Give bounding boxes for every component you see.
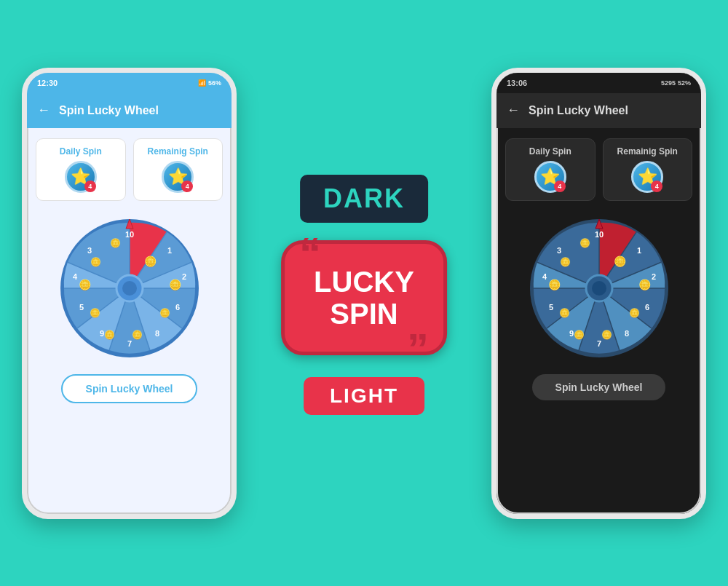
svg-text:5: 5 bbox=[548, 303, 553, 312]
battery-light: 56% bbox=[208, 79, 221, 87]
svg-text:🪙: 🪙 bbox=[109, 237, 120, 248]
appbar-title-dark: Spin Lucky Wheel bbox=[529, 104, 628, 117]
svg-text:🪙: 🪙 bbox=[168, 279, 181, 291]
spin-cards-dark: Daily Spin ⭐ 4 Remainig Spin ⭐ 4 bbox=[496, 128, 701, 208]
svg-text:🪙: 🪙 bbox=[547, 279, 561, 291]
status-bar-dark: 13:06 5295 52% bbox=[496, 73, 701, 93]
appbar-light: ← Spin Lucky Wheel bbox=[27, 93, 232, 128]
appbar-title-light: Spin Lucky Wheel bbox=[59, 104, 159, 117]
svg-text:🪙: 🪙 bbox=[628, 307, 639, 318]
remaining-spin-icon-dark: ⭐ 4 bbox=[631, 161, 663, 193]
status-time-light: 12:30 bbox=[37, 79, 58, 87]
back-button-light[interactable]: ← bbox=[37, 103, 50, 118]
remaining-spin-icon-light: ⭐ 4 bbox=[162, 161, 194, 193]
daily-spin-title-dark: Daily Spin bbox=[529, 146, 571, 157]
svg-text:🪙: 🪙 bbox=[159, 307, 170, 318]
svg-text:6: 6 bbox=[644, 303, 649, 312]
svg-text:🪙: 🪙 bbox=[579, 237, 590, 248]
svg-point-64 bbox=[592, 281, 606, 296]
daily-spin-card-light: Daily Spin ⭐ 4 bbox=[36, 138, 126, 201]
svg-text:🪙: 🪙 bbox=[89, 307, 100, 318]
svg-text:🪙: 🪙 bbox=[143, 256, 157, 268]
svg-text:2: 2 bbox=[181, 272, 186, 281]
svg-text:10: 10 bbox=[124, 230, 133, 239]
svg-text:🪙: 🪙 bbox=[613, 256, 626, 268]
svg-text:10: 10 bbox=[594, 230, 603, 239]
spin-cards-light: Daily Spin ⭐ 4 Remainig Spin ⭐ 4 bbox=[27, 128, 232, 208]
status-icons-dark: 5295 52% bbox=[661, 79, 691, 87]
remaining-spin-card-light: Remainig Spin ⭐ 4 bbox=[133, 138, 223, 201]
svg-text:🪙: 🪙 bbox=[573, 329, 584, 340]
svg-text:🪙: 🪙 bbox=[103, 329, 114, 340]
svg-text:4: 4 bbox=[542, 272, 547, 281]
svg-text:8: 8 bbox=[154, 329, 159, 338]
status-time-dark: 13:06 bbox=[507, 79, 527, 87]
wheel-container-light: 10 1 2 6 8 7 9 5 4 3 🪙 🪙 🪙 🪙 🪙 🪙 bbox=[27, 208, 232, 415]
svg-text:🪙: 🪙 bbox=[559, 256, 570, 267]
appbar-dark: ← Spin Lucky Wheel bbox=[496, 93, 701, 128]
svg-text:1: 1 bbox=[167, 246, 171, 255]
wheel-light: 10 1 2 6 8 7 9 5 4 3 🪙 🪙 🪙 🪙 🪙 🪙 bbox=[57, 215, 202, 361]
svg-text:3: 3 bbox=[556, 246, 561, 255]
svg-text:🪙: 🪙 bbox=[638, 279, 651, 291]
daily-spin-icon-dark: ⭐ 4 bbox=[534, 161, 566, 193]
svg-text:5: 5 bbox=[79, 303, 83, 312]
wheel-svg-dark: 10 1 2 6 8 7 9 5 4 3 🪙 🪙 🪙 🪙 🪙 🪙 bbox=[526, 215, 672, 361]
daily-spin-value-dark: 4 bbox=[554, 181, 566, 192]
wheel-dark: 10 1 2 6 8 7 9 5 4 3 🪙 🪙 🪙 🪙 🪙 🪙 bbox=[526, 215, 672, 361]
status-bar-light: 12:30 📶 56% bbox=[27, 73, 232, 93]
daily-spin-title-light: Daily Spin bbox=[60, 146, 102, 157]
lucky-spin-bubble: LUCKYSPIN bbox=[281, 240, 447, 355]
battery-dark: 52% bbox=[678, 79, 691, 87]
wifi-icon: 📶 bbox=[198, 79, 206, 87]
svg-text:7: 7 bbox=[127, 339, 131, 348]
svg-text:7: 7 bbox=[596, 339, 601, 348]
spin-button-dark[interactable]: Spin Lucky Wheel bbox=[532, 374, 666, 400]
coins-display: 5295 bbox=[661, 79, 676, 87]
light-phone: 12:30 📶 56% ← Spin Lucky Wheel Daily Spi… bbox=[22, 68, 237, 519]
center-labels: DARK LUCKYSPIN LIGHT bbox=[281, 172, 447, 415]
daily-spin-card-dark: Daily Spin ⭐ 4 bbox=[505, 138, 596, 201]
lucky-spin-text: LUCKYSPIN bbox=[314, 266, 414, 330]
remaining-spin-card-dark: Remainig Spin ⭐ 4 bbox=[603, 138, 693, 201]
svg-text:3: 3 bbox=[87, 246, 91, 255]
svg-text:1: 1 bbox=[636, 246, 641, 255]
svg-text:4: 4 bbox=[72, 272, 77, 281]
main-container: 12:30 📶 56% ← Spin Lucky Wheel Daily Spi… bbox=[0, 0, 728, 586]
svg-text:8: 8 bbox=[624, 329, 628, 338]
remaining-spin-value-dark: 4 bbox=[651, 181, 662, 192]
back-button-dark[interactable]: ← bbox=[507, 103, 520, 118]
dark-phone: 13:06 5295 52% ← Spin Lucky Wheel Daily … bbox=[491, 68, 706, 519]
status-icons-light: 📶 56% bbox=[198, 79, 221, 87]
remaining-spin-title-dark: Remainig Spin bbox=[617, 146, 678, 157]
svg-text:🪙: 🪙 bbox=[131, 329, 142, 340]
svg-text:🪙: 🪙 bbox=[78, 279, 91, 291]
svg-point-31 bbox=[122, 281, 137, 296]
svg-text:🪙: 🪙 bbox=[558, 307, 569, 318]
wheel-svg-light: 10 1 2 6 8 7 9 5 4 3 🪙 🪙 🪙 🪙 🪙 🪙 bbox=[57, 215, 202, 361]
spin-button-light[interactable]: Spin Lucky Wheel bbox=[61, 374, 198, 403]
dark-label: DARK bbox=[297, 172, 431, 226]
daily-spin-value-light: 4 bbox=[84, 181, 96, 192]
svg-text:2: 2 bbox=[651, 272, 655, 281]
svg-text:6: 6 bbox=[175, 303, 179, 312]
svg-text:🪙: 🪙 bbox=[90, 256, 100, 267]
daily-spin-icon-light: ⭐ 4 bbox=[65, 161, 97, 193]
remaining-spin-value-light: 4 bbox=[181, 181, 193, 192]
light-label: LIGHT bbox=[304, 377, 424, 415]
wheel-container-dark: 10 1 2 6 8 7 9 5 4 3 🪙 🪙 🪙 🪙 🪙 🪙 bbox=[496, 208, 701, 412]
remaining-spin-title-light: Remainig Spin bbox=[148, 146, 208, 157]
svg-text:🪙: 🪙 bbox=[601, 329, 612, 340]
